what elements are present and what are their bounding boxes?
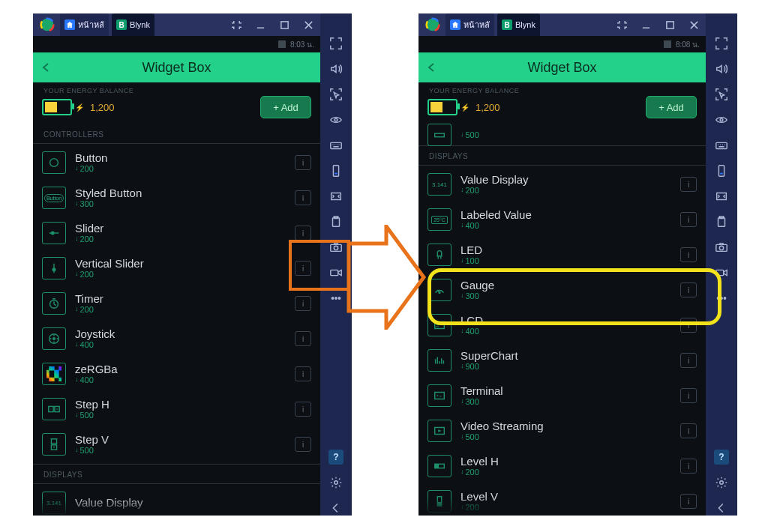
widget-info-button[interactable]: i	[295, 155, 311, 170]
svg-rect-9	[332, 193, 341, 200]
widget-info-button[interactable]: i	[680, 388, 697, 403]
svg-rect-37	[720, 173, 723, 175]
minimize-button[interactable]	[634, 13, 658, 36]
header-title: Widget Box	[142, 60, 211, 76]
close-button[interactable]	[296, 13, 320, 36]
minimize-button[interactable]	[248, 13, 272, 36]
header-back-button[interactable]	[426, 52, 436, 82]
widget-item-step-v[interactable]: Step V500i	[33, 427, 320, 462]
keyboard-icon[interactable]	[714, 138, 729, 153]
blynk-badge-icon: B	[116, 19, 127, 30]
status-time: 8:03 น.	[290, 39, 314, 50]
pointer-lock-icon[interactable]	[714, 87, 729, 102]
tab-blynk[interactable]: BBlynk	[112, 13, 154, 36]
svg-rect-35	[716, 142, 727, 148]
clipboard-icon[interactable]	[328, 214, 344, 229]
help-button[interactable]: ?	[328, 450, 344, 465]
widget-cost: 500	[75, 411, 110, 420]
tab-blynk[interactable]: BBlynk	[497, 13, 540, 36]
energy-label: YOUR ENERGY BALANCE	[44, 87, 134, 94]
back-icon[interactable]	[714, 501, 729, 516]
widget-info-button[interactable]: i	[295, 226, 311, 241]
close-button[interactable]	[682, 13, 706, 36]
bluestacks-logo-icon	[38, 13, 57, 36]
widget-cost: 200	[460, 468, 499, 477]
widget-item-step-h[interactable]: Step H500i	[33, 392, 320, 426]
widget-info-button[interactable]: i	[295, 190, 311, 205]
volume-icon[interactable]	[328, 61, 344, 76]
fullscreen-icon[interactable]	[328, 36, 344, 51]
resize-icon[interactable]	[328, 189, 344, 204]
widget-info-button[interactable]: i	[295, 437, 311, 452]
section-controllers: CONTROLLERS	[33, 126, 320, 142]
tab-home-label: หน้าหลั	[464, 18, 490, 31]
section-displays: DISPLAYS	[418, 148, 706, 163]
home-icon	[64, 19, 75, 30]
pointer-lock-icon[interactable]	[328, 87, 344, 102]
svg-point-19	[50, 159, 58, 167]
widget-cost: 200	[75, 305, 104, 314]
widget-item-button[interactable]: Button200i	[33, 145, 320, 180]
tab-home[interactable]: หน้าหลั	[446, 13, 494, 36]
volume-icon[interactable]	[714, 61, 729, 76]
widget-item-timer[interactable]: Timer200i	[33, 286, 320, 321]
widget-info-button[interactable]: i	[680, 247, 697, 262]
widget-item-value-display[interactable]: 3.141Value Display200i	[418, 167, 706, 202]
widget-cost: 900	[460, 362, 518, 371]
widget-item-slider[interactable]: Slider200i	[33, 216, 320, 250]
step-h-icon	[42, 398, 66, 420]
widget-item-partial[interactable]: 500	[418, 126, 706, 144]
widget-info-button[interactable]: i	[680, 353, 697, 368]
svg-point-34	[720, 118, 723, 121]
clipboard-icon[interactable]	[714, 214, 729, 229]
widget-item-labeled-value[interactable]: 25°CLabeled Value400i	[418, 202, 706, 237]
widget-info-button[interactable]: i	[295, 331, 311, 346]
device-icon[interactable]	[714, 163, 729, 178]
header-back-button[interactable]	[40, 52, 51, 82]
maximize-button[interactable]	[658, 13, 682, 36]
camera-icon[interactable]	[714, 240, 729, 255]
back-icon[interactable]	[328, 501, 344, 516]
widget-item-vertical-slider[interactable]: Vertical Slider200i	[33, 251, 320, 285]
settings-icon[interactable]	[328, 475, 344, 490]
widget-info-button[interactable]: i	[680, 212, 697, 227]
widget-info-button[interactable]: i	[680, 177, 697, 192]
eye-icon[interactable]	[714, 112, 729, 127]
more-icon[interactable]	[328, 291, 344, 306]
widget-cost: 500	[75, 446, 109, 455]
widget-item-level-h[interactable]: Level H200i	[418, 449, 706, 483]
fullscreen-icon[interactable]	[714, 36, 729, 51]
widget-cost: 400	[75, 375, 118, 384]
help-button[interactable]: ?	[714, 450, 729, 465]
widget-item-terminal[interactable]: Terminal300i	[418, 378, 706, 413]
widget-item-superchart[interactable]: SuperChart900i	[418, 343, 706, 378]
svg-rect-4	[280, 21, 287, 28]
widget-info-button[interactable]: i	[680, 423, 697, 438]
maximize-button[interactable]	[272, 13, 296, 36]
exit-fullscreen-icon[interactable]	[224, 13, 248, 36]
widget-item-styled-button[interactable]: ButtonStyled Button300i	[33, 181, 320, 215]
tab-home[interactable]: หน้าหลั	[60, 13, 109, 36]
terminal-icon	[428, 384, 452, 407]
resize-icon[interactable]	[714, 189, 729, 204]
add-energy-button[interactable]: + Add	[260, 96, 311, 118]
eye-icon[interactable]	[328, 112, 344, 127]
widget-name: Step V	[75, 434, 109, 447]
widget-info-button[interactable]: i	[295, 366, 311, 381]
widget-info-button[interactable]: i	[680, 459, 697, 474]
exit-fullscreen-icon[interactable]	[610, 13, 634, 36]
widget-info-button[interactable]: i	[680, 494, 697, 509]
widget-item-zergba[interactable]: ▞▚▞▚▞▚zeRGBa400i	[33, 357, 320, 391]
settings-icon[interactable]	[714, 475, 729, 490]
widget-info-button[interactable]: i	[295, 402, 311, 417]
widget-info-button[interactable]: i	[295, 296, 311, 311]
device-icon[interactable]	[328, 163, 344, 178]
add-energy-button[interactable]: + Add	[646, 96, 697, 118]
widget-cost: 500	[460, 130, 479, 139]
keyboard-icon[interactable]	[328, 138, 344, 153]
annotation-arrow-icon	[345, 225, 428, 330]
svg-rect-36	[718, 166, 724, 176]
widget-item-video-streaming[interactable]: Video Streaming500i	[418, 414, 706, 448]
widget-item-joystick[interactable]: Joystick400i	[33, 321, 320, 356]
widget-item-led[interactable]: LED100i	[418, 238, 706, 272]
